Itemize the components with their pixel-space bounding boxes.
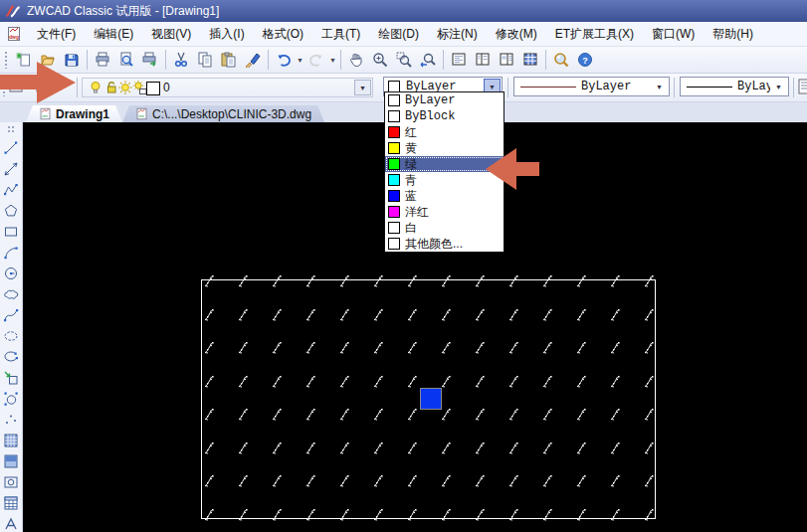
color-option[interactable]: 红 xyxy=(385,124,504,140)
table-button[interactable] xyxy=(1,492,21,513)
arc-button[interactable] xyxy=(1,242,21,263)
pan-button[interactable] xyxy=(344,49,368,71)
menu-item[interactable]: 绘图(D) xyxy=(369,22,428,47)
redo-icon xyxy=(308,52,324,68)
line-button[interactable] xyxy=(1,137,21,158)
block-symbol xyxy=(304,308,317,321)
viewport-grid-button[interactable] xyxy=(518,49,542,71)
color-option[interactable]: ByBlock xyxy=(385,108,504,124)
block-symbol xyxy=(271,508,284,521)
point-button[interactable] xyxy=(1,409,21,430)
mtext-button[interactable] xyxy=(1,513,21,532)
block-symbol xyxy=(507,274,520,287)
layer-freeze-vp-icon[interactable] xyxy=(131,80,147,95)
menu-item[interactable]: 格式(O) xyxy=(254,22,312,47)
color-option-swatch xyxy=(388,142,400,154)
color-option[interactable]: 其他颜色... xyxy=(385,236,504,252)
block-symbol xyxy=(304,375,317,388)
spline-icon xyxy=(3,307,19,323)
menu-item[interactable]: 插入(I) xyxy=(200,22,253,47)
polyline-icon xyxy=(3,182,19,198)
block-symbol xyxy=(575,375,588,388)
line-icon xyxy=(3,140,19,156)
block-symbol xyxy=(575,274,588,287)
block-symbol xyxy=(338,474,351,487)
circle-button[interactable] xyxy=(1,263,21,283)
construction-line-button[interactable] xyxy=(1,158,21,179)
undo-dropdown-caret[interactable]: ▼ xyxy=(296,49,304,71)
lineweight-dropdown-button[interactable]: ▼ xyxy=(770,79,787,94)
block-symbol xyxy=(507,408,520,421)
viewport-single-button[interactable] xyxy=(447,49,471,71)
draw-toolbar-grip[interactable] xyxy=(7,125,15,133)
layer-control[interactable]: 0 ▼ xyxy=(82,78,373,97)
paste-button[interactable] xyxy=(217,49,241,71)
layer-on-icon[interactable] xyxy=(88,80,103,95)
properties-palette-icon[interactable] xyxy=(798,79,807,96)
undo-button[interactable] xyxy=(272,49,296,71)
block-symbol xyxy=(643,308,656,321)
color-option-label: 红 xyxy=(405,124,417,141)
viewport-list-button[interactable] xyxy=(495,49,518,71)
redo-button[interactable] xyxy=(304,49,328,71)
region-button[interactable] xyxy=(1,471,21,492)
block-symbol xyxy=(406,308,419,321)
viewport-grid-icon xyxy=(522,52,538,68)
redo-dropdown-caret[interactable]: ▼ xyxy=(328,49,337,71)
ellipse-arc-button[interactable] xyxy=(1,346,21,367)
lineweight-control[interactable]: ByLayer ▼ xyxy=(680,77,789,96)
block-symbol xyxy=(474,274,487,287)
ellipse-button[interactable] xyxy=(1,325,21,346)
toolbar-separator xyxy=(87,50,88,70)
make-block-button[interactable] xyxy=(1,388,21,409)
menu-item[interactable]: 工具(T) xyxy=(312,22,369,47)
zoom-window-button[interactable] xyxy=(392,49,416,71)
tab-clinic-3d[interactable]: C:\...\Desktop\CLINIC-3D.dwg xyxy=(122,105,324,122)
match-properties-button[interactable] xyxy=(241,49,265,71)
color-option-label: 洋红 xyxy=(405,204,429,221)
color-option[interactable]: 洋红 xyxy=(385,204,504,220)
block-symbol xyxy=(338,375,351,388)
toolbar-separator xyxy=(507,78,508,97)
viewport-two-button[interactable] xyxy=(471,49,495,71)
menu-item[interactable]: 修改(M) xyxy=(487,22,546,47)
publish-button[interactable] xyxy=(138,49,162,71)
cut-button[interactable] xyxy=(169,49,193,71)
linetype-control[interactable]: ByLayer ▼ xyxy=(513,77,670,96)
copy-button[interactable] xyxy=(193,49,217,71)
hatch-button[interactable] xyxy=(1,430,21,450)
block-symbol xyxy=(541,341,554,354)
menu-item[interactable]: 窗口(W) xyxy=(643,22,704,47)
insert-block-button[interactable] xyxy=(1,367,21,388)
zoom-realtime-button[interactable] xyxy=(368,49,392,71)
menu-item[interactable]: ET扩展工具(X) xyxy=(546,22,643,47)
polyline-button[interactable] xyxy=(1,179,21,200)
find-button[interactable] xyxy=(549,49,573,71)
menu-item[interactable]: 标注(N) xyxy=(428,22,487,47)
color-option[interactable]: 白 xyxy=(385,220,504,236)
color-option[interactable]: ByLayer xyxy=(385,92,504,108)
menu-item[interactable]: 视图(V) xyxy=(142,22,200,47)
gradient-button[interactable] xyxy=(1,450,21,471)
block-symbol xyxy=(338,341,351,354)
print-button[interactable] xyxy=(91,49,114,71)
layer-dropdown-button[interactable]: ▼ xyxy=(354,80,371,95)
block-symbol xyxy=(575,341,588,354)
revision-cloud-button[interactable] xyxy=(1,283,21,304)
help-button[interactable]: ? xyxy=(573,49,597,71)
polygon-button[interactable] xyxy=(1,200,21,221)
menu-item[interactable]: 文件(F) xyxy=(28,22,85,47)
rectangle-button[interactable] xyxy=(1,221,21,242)
menu-item[interactable]: 帮助(H) xyxy=(704,22,762,47)
print-preview-button[interactable] xyxy=(114,49,138,71)
standard-toolbar: ▼▼? xyxy=(0,47,807,74)
block-symbol xyxy=(304,442,317,454)
viewport-single-icon xyxy=(451,52,467,68)
block-symbol xyxy=(575,408,588,421)
menu-item[interactable]: 编辑(E) xyxy=(85,22,142,47)
zoom-previous-button[interactable] xyxy=(416,49,440,71)
spline-button[interactable] xyxy=(1,304,21,325)
block-symbol xyxy=(406,508,419,521)
color-option-swatch xyxy=(388,190,400,202)
linetype-dropdown-button[interactable]: ▼ xyxy=(651,79,668,94)
